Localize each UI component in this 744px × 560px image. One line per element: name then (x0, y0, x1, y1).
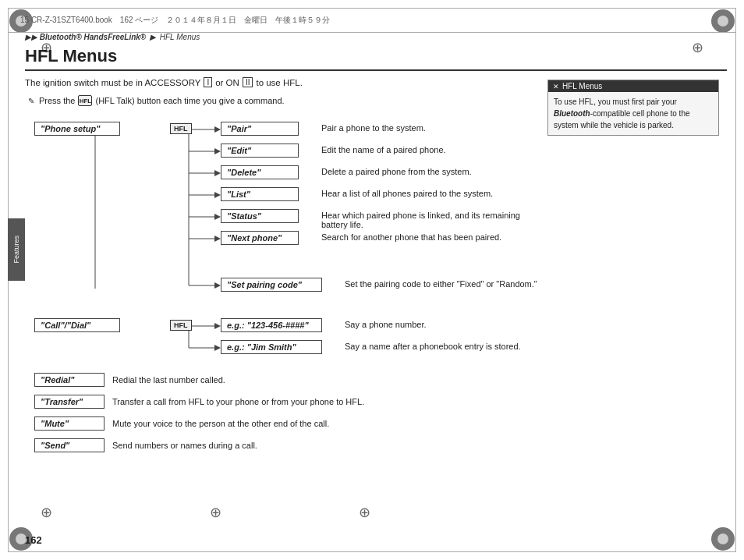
svg-marker-16 (214, 236, 221, 242)
cmd-transfer: "Transfer" (34, 395, 105, 409)
simple-cmd-2: "Mute" Mute your voice to the person at … (34, 416, 364, 431)
hfl-note-text: (HFL Talk) button each time you give a c… (95, 96, 284, 105)
svg-marker-13 (214, 170, 221, 176)
desc-list: Hear a list of all phones paired to the … (321, 189, 493, 198)
desc-pair: Pair a phone to the system. (321, 123, 426, 133)
breadcrumb-arrow: ▶▶ (25, 33, 37, 41)
press-text: Press the (39, 96, 75, 105)
info-box-text: To use HFL, you must first pair your Blu… (554, 97, 690, 129)
page-number: 162 (25, 534, 42, 546)
hfl-icon-phone-setup: HFL (170, 123, 192, 134)
top-header: 15 CR-Z-31SZT6400.book 162 ページ ２０１４年８月１日… (8, 8, 736, 33)
note-icon: ✎ (28, 97, 34, 105)
cmd-name: e.g.: "Jim Smith" (221, 340, 322, 354)
simple-cmd-0: "Redial" Redial the last number called. (34, 373, 364, 387)
hfl-icon-call-dial: HFL (170, 320, 192, 331)
svg-marker-14 (214, 192, 221, 198)
cmd-set-pairing: "Set pairing code" (221, 278, 322, 292)
breadcrumb-part1: Bluetooth® HandsFreeLink® (40, 33, 146, 41)
cmd-send: "Send" (34, 438, 105, 452)
svg-marker-17 (214, 282, 221, 289)
diagram-container: "Phone setup" HFL "Pair" Pair a phone to… (25, 115, 540, 443)
cmd-redial: "Redial" (34, 373, 105, 387)
ignition-or: or ON (215, 78, 239, 87)
cmd-status: "Status" (221, 209, 299, 223)
desc-send: Send numbers or names during a call. (112, 441, 257, 450)
desc-next-phone: Search for another phone that has been p… (321, 232, 501, 242)
phone-setup-box: "Phone setup" (34, 122, 120, 136)
svg-marker-12 (214, 148, 221, 154)
side-tab: Features (8, 218, 25, 281)
phone-setup-label: "Phone setup" (41, 124, 100, 133)
desc-status: Hear which paired phone is linked, and i… (321, 211, 540, 229)
desc-name: Say a name after a phonebook entry is st… (345, 342, 521, 351)
cmd-list: "List" (221, 187, 299, 201)
desc-transfer: Transfer a call from HFL to your phone o… (112, 397, 364, 406)
desc-redial: Redial the last number called. (112, 375, 225, 385)
info-box-title: HFL Menus (562, 82, 602, 90)
svg-marker-23 (214, 323, 221, 329)
svg-marker-24 (214, 345, 221, 351)
main-content: ▶▶ Bluetooth® HandsFreeLink® ▶ HFL Menus… (25, 33, 727, 443)
cmd-pair: "Pair" (221, 122, 299, 136)
cmd-mute: "Mute" (34, 416, 105, 431)
key-box-2: II (243, 77, 253, 87)
header-text: 15 CR-Z-31SZT6400.book 162 ページ ２０１４年８月１日… (20, 15, 330, 26)
desc-mute: Mute your voice to the person at the oth… (112, 419, 329, 428)
key-box-1: I (204, 77, 212, 87)
simple-commands: "Redial" Redial the last number called. … (34, 373, 364, 452)
cmd-next-phone: "Next phone" (221, 231, 299, 245)
svg-marker-11 (214, 126, 221, 133)
simple-cmd-3: "Send" Send numbers or names during a ca… (34, 438, 364, 452)
desc-delete: Delete a paired phone from the system. (321, 167, 472, 176)
simple-cmd-1: "Transfer" Transfer a call from HFL to y… (34, 395, 364, 409)
call-dial-box: "Call"/"Dial" (34, 318, 120, 332)
crosshair-bc: ⊕ (359, 505, 370, 519)
cmd-number: e.g.: "123-456-####" (221, 318, 322, 332)
desc-edit: Edit the name of a paired phone. (321, 145, 446, 154)
desc-set-pairing: Set the pairing code to either "Fixed" o… (345, 279, 537, 289)
ignition-text-1: The ignition switch must be in ACCESSORY (25, 78, 200, 87)
side-tab-label: Features (12, 236, 20, 264)
info-box-body: To use HFL, you must first pair your Blu… (548, 92, 718, 135)
info-box-header: ✕ HFL Menus (548, 80, 718, 92)
ignition-end: to use HFL. (256, 78, 302, 87)
crosshair-bl: ⊕ (41, 505, 52, 519)
page-title: HFL Menus (25, 46, 727, 71)
svg-marker-15 (214, 214, 221, 220)
crosshair-bm: ⊕ (210, 505, 221, 519)
cmd-edit: "Edit" (221, 144, 299, 158)
cmd-delete: "Delete" (221, 165, 299, 179)
desc-number: Say a phone number. (345, 320, 427, 329)
info-box: ✕ HFL Menus To use HFL, you must first p… (547, 80, 719, 136)
breadcrumb-part2: HFL Menus (160, 33, 200, 41)
breadcrumb: ▶▶ Bluetooth® HandsFreeLink® ▶ HFL Menus (25, 33, 727, 41)
hfl-talk-icon: HFL (78, 95, 92, 106)
